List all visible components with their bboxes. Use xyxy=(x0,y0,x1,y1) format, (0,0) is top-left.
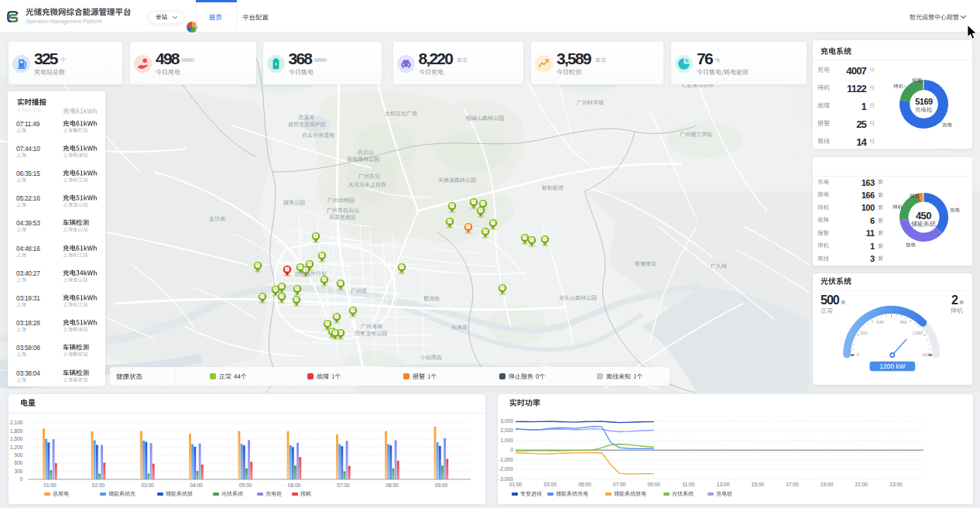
svg-text:1200 kW: 1200 kW xyxy=(879,362,905,370)
svg-text:21:00: 21:00 xyxy=(855,481,869,486)
svg-text:1,000: 1,000 xyxy=(500,437,513,442)
svg-text:1,200: 1,200 xyxy=(9,444,22,449)
svg-text:-2,000: -2,000 xyxy=(499,466,513,472)
svg-text:1280: 1280 xyxy=(913,331,923,335)
svg-text:23:00: 23:00 xyxy=(889,481,903,486)
svg-text:0: 0 xyxy=(19,476,22,482)
svg-text:06:00: 06:00 xyxy=(287,482,300,487)
svg-text:-3,000: -3,000 xyxy=(499,475,513,481)
svg-text:09:00: 09:00 xyxy=(434,482,447,487)
svg-text:1,500: 1,500 xyxy=(9,436,22,441)
svg-text:01:00: 01:00 xyxy=(43,482,57,487)
svg-text:320: 320 xyxy=(860,331,868,335)
svg-text:07:00: 07:00 xyxy=(337,482,350,487)
svg-text:0: 0 xyxy=(510,447,513,452)
svg-text:-1,000: -1,000 xyxy=(499,456,513,462)
svg-text:17:00: 17:00 xyxy=(786,481,799,486)
svg-text:03:00: 03:00 xyxy=(141,482,154,487)
svg-text:08:00: 08:00 xyxy=(385,482,399,487)
svg-text:1600: 1600 xyxy=(922,352,932,357)
svg-text:960: 960 xyxy=(899,320,907,324)
svg-text:13:00: 13:00 xyxy=(717,481,730,486)
svg-text:900: 900 xyxy=(14,451,22,457)
svg-text:15:00: 15:00 xyxy=(752,481,765,486)
svg-text:04:00: 04:00 xyxy=(190,482,203,487)
svg-text:11:00: 11:00 xyxy=(682,481,694,486)
svg-text:05:00: 05:00 xyxy=(238,482,252,487)
svg-text:0: 0 xyxy=(857,352,859,357)
svg-text:01:00: 01:00 xyxy=(509,481,523,486)
svg-text:03:00: 03:00 xyxy=(543,481,557,486)
svg-text:3,000: 3,000 xyxy=(500,417,513,423)
svg-text:05:00: 05:00 xyxy=(578,481,591,486)
svg-text:02:00: 02:00 xyxy=(91,482,105,487)
svg-text:640: 640 xyxy=(876,320,884,324)
svg-text:07:00: 07:00 xyxy=(613,481,626,486)
svg-text:1,800: 1,800 xyxy=(9,427,22,433)
svg-text:300: 300 xyxy=(14,468,22,473)
svg-text:600: 600 xyxy=(14,460,22,465)
svg-text:2,000: 2,000 xyxy=(500,427,513,433)
svg-text:09:00: 09:00 xyxy=(647,481,660,486)
svg-text:19:00: 19:00 xyxy=(821,481,834,486)
svg-text:2,100: 2,100 xyxy=(9,420,22,425)
